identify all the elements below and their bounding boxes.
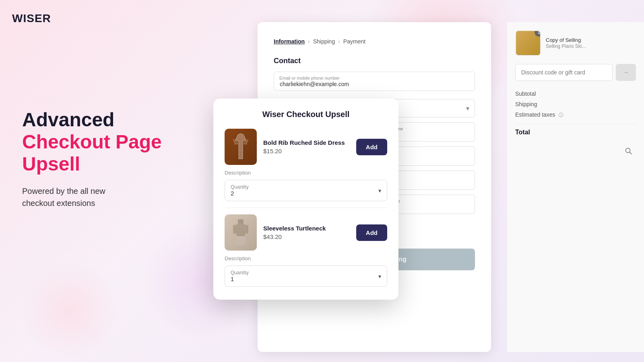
taxes-line: Estimated taxes ⓘ — [515, 111, 636, 119]
hero-title-line2: Checkout Page — [22, 131, 191, 153]
upsell-divider — [225, 208, 387, 208]
svg-rect-3 — [236, 224, 245, 236]
dress-icon — [231, 133, 251, 161]
upsell-product-1-image-inner — [225, 129, 257, 165]
hero-subtitle-line1: Powered by the all new — [22, 187, 105, 195]
svg-rect-4 — [236, 236, 245, 245]
upsell-product-2-image-inner — [225, 214, 257, 251]
upsell-product-1-add-button[interactable]: Add — [356, 139, 387, 155]
upsell-modal: Wiser Checkout Upsell Bold Rib Ruched Si… — [213, 99, 398, 300]
upsell-product-1-name: Bold Rib Ruched Side Dress — [263, 139, 350, 146]
chevron-down-icon: ▾ — [378, 187, 381, 194]
email-field-wrapper: Email or mobile phone number — [274, 72, 475, 91]
svg-rect-6 — [245, 225, 248, 234]
right-sidebar: 1 Copy of Selling Selling Plans Ski... →… — [507, 22, 644, 352]
upsell-product-2-quantity-value: 1 — [231, 276, 249, 282]
upsell-product-1-quantity-selector[interactable]: Quantity 2 ▾ — [225, 180, 387, 201]
svg-rect-5 — [233, 225, 236, 234]
search-button[interactable] — [621, 144, 636, 158]
upsell-product-1-price: $15.20 — [263, 148, 350, 154]
taxes-label: Estimated taxes ⓘ — [515, 111, 564, 119]
upsell-product-1-info: Bold Rib Ruched Side Dress $15.20 — [263, 139, 350, 154]
upsell-product-2-add-button[interactable]: Add — [356, 224, 387, 241]
contact-section-title: Contact — [274, 57, 475, 65]
upsell-product-2-image — [225, 214, 257, 251]
upsell-modal-title: Wiser Checkout Upsell — [225, 110, 387, 119]
shipping-line: Shipping — [515, 101, 636, 107]
hero-section: Advanced Checkout Page Upsell Powered by… — [22, 109, 191, 209]
shipping-label: Shipping — [515, 101, 537, 107]
svg-line-1 — [630, 152, 632, 154]
upsell-product-1-description[interactable]: Description — [225, 170, 387, 176]
hero-title-line1: Advanced — [22, 109, 191, 131]
breadcrumb-sep-2: › — [338, 38, 340, 45]
discount-field: → — [515, 64, 636, 81]
turtleneck-icon — [231, 218, 251, 247]
breadcrumb: Information › Shipping › Payment — [274, 38, 475, 45]
breadcrumb-sep-1: › — [308, 38, 310, 45]
logo-text: WISER — [12, 12, 51, 25]
hero-subtitle: Powered by the all new checkout extensio… — [22, 185, 191, 209]
upsell-product-2-description[interactable]: Description — [225, 255, 387, 261]
total-line: Total — [515, 123, 636, 136]
hero-title-line3: Upsell — [22, 153, 191, 175]
chevron-down-icon: ▾ — [378, 273, 381, 280]
email-field-label: Email or mobile phone number — [279, 76, 340, 80]
discount-apply-button[interactable]: → — [616, 64, 636, 81]
bg-decoration-3 — [20, 261, 121, 362]
cart-item-info: Copy of Selling Selling Plans Ski... — [546, 37, 631, 49]
search-area — [515, 144, 636, 158]
cart-item: 1 Copy of Selling Selling Plans Ski... — [515, 30, 636, 56]
breadcrumb-payment[interactable]: Payment — [343, 38, 365, 45]
cart-item-subtitle: Selling Plans Ski... — [546, 43, 631, 49]
upsell-product-2-name: Sleeveless Turtleneck — [263, 225, 350, 232]
upsell-product-1-quantity-label: Quantity — [231, 184, 249, 190]
discount-code-input[interactable] — [515, 64, 613, 81]
breadcrumb-shipping[interactable]: Shipping — [313, 38, 335, 45]
upsell-product-1-quantity-info: Quantity 2 — [231, 184, 249, 197]
breadcrumb-information[interactable]: Information — [274, 38, 305, 45]
cart-item-image: 1 — [515, 30, 541, 56]
upsell-product-2-price: $43.20 — [263, 233, 350, 240]
upsell-product-2-info: Sleeveless Turtleneck $43.20 — [263, 225, 350, 240]
upsell-product-2: Sleeveless Turtleneck $43.20 Add — [225, 214, 387, 251]
total-label: Total — [515, 129, 530, 136]
upsell-product-2-quantity-block: Quantity 1 ▾ — [225, 265, 387, 287]
cart-item-name: Copy of Selling — [546, 37, 631, 44]
taxes-label-text: Estimated taxes — [515, 111, 555, 118]
subtotal-line: Subtotal — [515, 90, 636, 97]
upsell-product-2-quantity-selector[interactable]: Quantity 1 ▾ — [225, 265, 387, 287]
upsell-product-2-quantity-info: Quantity 1 — [231, 270, 249, 282]
svg-rect-2 — [238, 219, 244, 224]
upsell-product-1-quantity-block: Quantity 2 ▾ — [225, 180, 387, 201]
upsell-product-1-image — [225, 129, 257, 165]
upsell-product-1-quantity-value: 2 — [231, 190, 249, 197]
subtotal-label: Subtotal — [515, 90, 536, 97]
hero-subtitle-line2: checkout extensions — [22, 199, 95, 208]
logo: WISER — [12, 12, 51, 25]
svg-point-0 — [626, 148, 630, 153]
email-input[interactable] — [274, 72, 475, 91]
taxes-info-icon[interactable]: ⓘ — [559, 112, 564, 118]
upsell-product-1: Bold Rib Ruched Side Dress $15.20 Add — [225, 129, 387, 165]
upsell-product-2-quantity-label: Quantity — [231, 270, 249, 276]
search-icon — [625, 147, 633, 155]
